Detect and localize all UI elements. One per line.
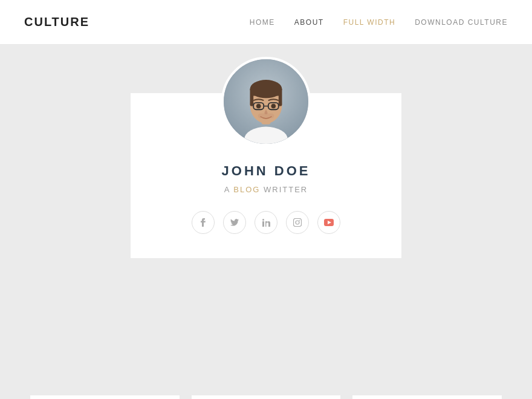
svg-rect-16 bbox=[294, 219, 302, 227]
svg-rect-14 bbox=[262, 221, 264, 227]
twitter-icon[interactable] bbox=[223, 211, 246, 234]
youtube-icon[interactable] bbox=[317, 211, 340, 234]
tagline-accent: BLOG bbox=[233, 185, 260, 194]
svg-rect-7 bbox=[279, 95, 282, 106]
main-content: JOHN DOE A BLOG WRITTER bbox=[0, 45, 532, 383]
bottom-section bbox=[0, 383, 532, 399]
svg-point-12 bbox=[271, 104, 276, 109]
profile-card: JOHN DOE A BLOG WRITTER bbox=[131, 93, 401, 258]
tagline-suffix: WRITTER bbox=[260, 185, 308, 194]
bottom-card-3 bbox=[352, 395, 502, 399]
bottom-card-1 bbox=[30, 395, 180, 399]
svg-point-15 bbox=[262, 219, 264, 221]
instagram-icon[interactable] bbox=[286, 211, 309, 234]
profile-name: JOHN DOE bbox=[222, 163, 311, 179]
nav-item-home[interactable]: HOME bbox=[250, 18, 275, 27]
svg-rect-6 bbox=[250, 95, 254, 106]
svg-rect-13 bbox=[258, 114, 274, 118]
bottom-card-2 bbox=[192, 395, 341, 399]
profile-tagline: A BLOG WRITTER bbox=[224, 185, 308, 194]
nav-item-download[interactable]: DOWNLOAD CULTURE bbox=[415, 18, 508, 27]
svg-point-18 bbox=[299, 220, 300, 221]
site-header: CULTURE HOME ABOUT FULL WIDTH DOWNLOAD C… bbox=[0, 0, 532, 45]
social-icons bbox=[192, 211, 340, 234]
avatar bbox=[221, 57, 311, 146]
linkedin-icon[interactable] bbox=[255, 211, 277, 234]
tagline-prefix: A bbox=[224, 185, 234, 194]
main-nav: HOME ABOUT FULL WIDTH DOWNLOAD CULTURE bbox=[250, 18, 508, 27]
svg-rect-5 bbox=[250, 89, 282, 96]
svg-point-17 bbox=[296, 221, 299, 224]
facebook-icon[interactable] bbox=[192, 211, 215, 234]
nav-item-about[interactable]: ABOUT bbox=[294, 18, 324, 27]
site-logo[interactable]: CULTURE bbox=[24, 15, 89, 29]
svg-point-11 bbox=[256, 104, 261, 109]
nav-item-fullwidth[interactable]: FULL WIDTH bbox=[343, 18, 396, 27]
